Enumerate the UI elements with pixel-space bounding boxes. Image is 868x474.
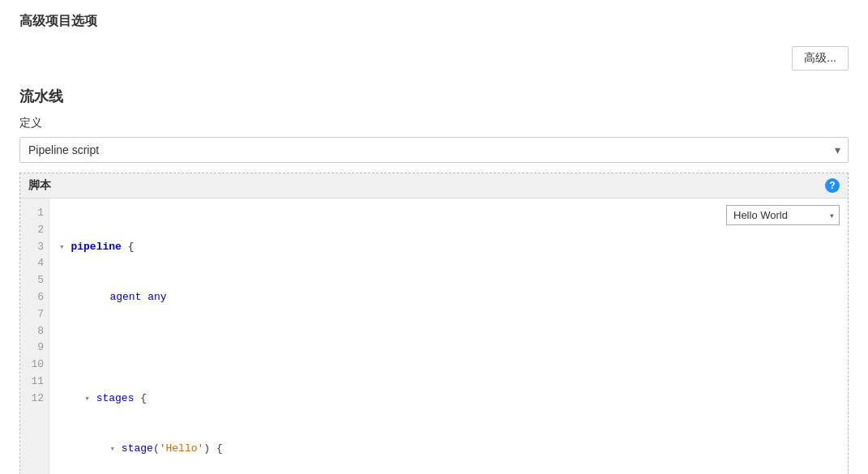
fold-5: ▾ <box>109 444 115 454</box>
definition-label: 定义 <box>19 116 849 130</box>
line-numbers: 1 2 3 4 5 6 7 8 9 10 11 12 <box>20 199 49 474</box>
line-num-10: 10 <box>25 357 44 374</box>
page-container: 高级项目选项 高级... 流水线 定义 Pipeline script Pipe… <box>0 0 868 474</box>
line-num-3: 3 <box>25 239 44 256</box>
code-line-2: agent any <box>59 289 838 306</box>
fold-4: ▾ <box>84 394 90 404</box>
definition-select-wrapper: Pipeline script Pipeline script from SCM <box>19 137 849 163</box>
script-label: 脚本 <box>28 178 51 193</box>
code-line-4: ▾ stages { <box>59 391 838 408</box>
code-line-5: ▾ stage('Hello') { <box>59 441 838 458</box>
line-num-4: 4 <box>25 255 44 272</box>
definition-select[interactable]: Pipeline script Pipeline script from SCM <box>19 137 849 163</box>
code-area[interactable]: 1 2 3 4 5 6 7 8 9 10 11 12 ▾ pipeline { … <box>20 199 848 474</box>
advanced-button[interactable]: 高级... <box>792 46 849 70</box>
advanced-btn-row: 高级... <box>19 46 849 70</box>
script-header: 脚本 ? <box>20 173 848 199</box>
line-num-7: 7 <box>25 306 44 323</box>
line-num-5: 5 <box>25 272 44 289</box>
line-num-11: 11 <box>25 374 44 391</box>
script-help-icon[interactable]: ? <box>825 178 840 193</box>
code-content[interactable]: ▾ pipeline { agent any ▾ stages { ▾ stag… <box>49 199 848 474</box>
hello-world-dropdown-wrapper: Hello World <box>726 205 840 225</box>
code-line-1: ▾ pipeline { <box>59 239 838 256</box>
advanced-options-title: 高级项目选项 <box>19 13 849 33</box>
line-num-1: 1 <box>25 205 44 222</box>
hello-world-select-wrapper: Hello World <box>726 205 840 225</box>
pipeline-title: 流水线 <box>19 87 849 106</box>
hello-world-select[interactable]: Hello World <box>726 205 840 225</box>
line-num-2: 2 <box>25 222 44 239</box>
line-num-9: 9 <box>25 339 44 357</box>
line-num-8: 8 <box>25 323 44 340</box>
line-num-6: 6 <box>25 289 44 306</box>
code-line-3 <box>59 339 838 357</box>
script-section: 脚本 ? 1 2 3 4 5 6 7 8 9 10 11 12 ▾ pipe <box>19 173 849 474</box>
fold-1: ▾ <box>59 242 65 252</box>
line-num-12: 12 <box>25 391 44 408</box>
